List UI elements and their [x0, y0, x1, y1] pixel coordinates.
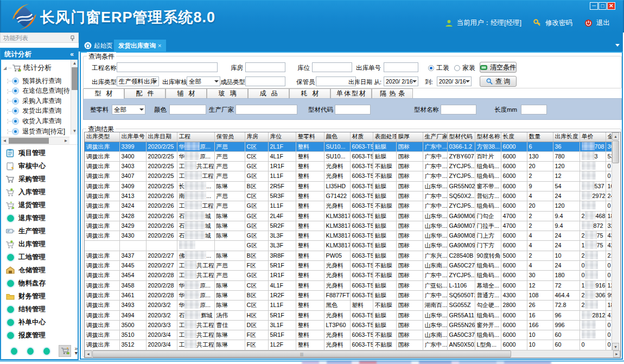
table-row[interactable]: 调拨出库34932020/3/2华原...陈琳C区1L1F整料黑色塑料不贴膜国标… — [85, 301, 615, 310]
table-row[interactable]: G区3L3F整料KLM38176063-T5贴膜国标山东华...GA90M09.… — [85, 241, 615, 251]
column-header-出库日期[interactable]: 出库日期 — [146, 132, 177, 142]
material-tab-玻璃[interactable]: 玻璃 — [207, 88, 248, 98]
table-row[interactable]: 调拨出库34072020/2/25工工程严思G区1L1F整料光身料6063-T5… — [85, 171, 615, 181]
whole-part-select[interactable]: 全部 — [112, 105, 145, 114]
module-dot-icon[interactable] — [11, 348, 17, 355]
material-tab-隔热条[interactable]: 隔热条 — [372, 88, 413, 98]
search-button[interactable]: 查 询 — [480, 76, 517, 87]
scroll-left-icon[interactable]: ◄ — [1, 137, 8, 144]
sidebar-item-采购管理[interactable]: 采购管理 — [1, 173, 78, 186]
tree-item-3[interactable]: ¦--发货出库查询 — [7, 106, 61, 116]
tree-item-4[interactable]: ¦--收货入库查询 — [7, 116, 61, 126]
module-dot-icon[interactable] — [43, 348, 50, 355]
radio-jiazhuang[interactable]: 家装 — [454, 63, 475, 73]
sidebar-item-报废管理[interactable]: 报废管理 — [1, 329, 78, 342]
grid-vertical-scrollbar[interactable]: ▲ ▼ — [612, 132, 619, 350]
column-header-颜色[interactable]: 颜色 — [324, 132, 350, 142]
column-header-表面处理[interactable]: 表面处理 — [373, 132, 396, 142]
scroll-down-icon[interactable]: ▼ — [71, 127, 78, 135]
column-header-出库单号[interactable]: 出库单号 — [119, 132, 146, 142]
column-header-出库长度[interactable]: 出库长度 — [553, 132, 580, 142]
change-password-link[interactable]: 修改密码 — [545, 18, 572, 28]
sidebar-item-结转管理[interactable]: 结转管理 — [1, 303, 78, 316]
sidebar-item-财务管理[interactable]: 财务管理 — [1, 290, 78, 303]
product-type-input[interactable] — [245, 76, 285, 86]
material-tab-成品[interactable]: 成品 — [248, 88, 289, 98]
warehouse-input[interactable] — [245, 62, 285, 72]
combo-arrow-icon[interactable] — [412, 80, 417, 82]
module-dot-icon[interactable] — [27, 348, 34, 355]
tree-expander-icon[interactable]: ◢ — [3, 66, 7, 71]
audit-select[interactable]: 全部 — [187, 76, 220, 86]
order-no-input[interactable] — [384, 62, 418, 72]
table-row[interactable]: 调拨出库34242020/2/26工工程严思G区1L1F整料光身料6063-T5… — [85, 201, 615, 211]
table-row[interactable]: 调拨出库34032020/2/25工共工程严思G区1R1F整料光身料6063-T… — [85, 162, 615, 171]
material-tab-配件[interactable]: 配件 — [124, 88, 165, 98]
table-row[interactable]: 调拨出库34302020/2/26石城陈琳G区3L3F整料KLM38176063… — [85, 231, 615, 241]
table-row[interactable]: 调拨出库35102020/3/4工共工程陈琳F区5R1F整料光身料6063-T5… — [85, 330, 615, 340]
grid-horizontal-scrollbar[interactable]: ◄ ► — [85, 350, 620, 357]
pin-icon[interactable] — [70, 35, 75, 41]
sidebar-section-header[interactable]: 统计分析 « — [1, 49, 78, 60]
column-header-生产厂家[interactable]: 生产厂家 — [423, 132, 447, 142]
combo-arrow-icon[interactable] — [139, 108, 144, 111]
column-header-工程[interactable]: 工程 — [177, 132, 214, 142]
close-button[interactable]: ✕ — [607, 2, 615, 10]
table-row[interactable]: 调拨出库34092020/2/25长...陈琳B区2R5F整料LI35HD606… — [85, 181, 615, 191]
logout-link[interactable]: 退出 — [596, 18, 610, 28]
color-input[interactable] — [169, 105, 206, 114]
column-header-材质[interactable]: 材质 — [350, 132, 373, 142]
material-tab-单体型材[interactable]: 单体型材 — [330, 88, 372, 98]
combo-arrow-icon[interactable] — [214, 80, 219, 82]
tree-horizontal-scrollbar[interactable]: ◄ ► — [1, 137, 69, 144]
date-to-select[interactable]: 2020/ 3/16 — [437, 76, 472, 86]
module-cart-button[interactable] — [59, 345, 72, 357]
manufacturer-input[interactable] — [235, 105, 297, 114]
tree-root[interactable]: ◢-- 统计分析 — [3, 63, 52, 73]
tab-list-dropdown-icon[interactable] — [615, 44, 620, 47]
menu-overflow-button[interactable]: »▾ — [74, 347, 78, 355]
sidebar-item-补单中心[interactable]: 补单中心 — [1, 316, 78, 329]
combo-arrow-icon[interactable] — [153, 80, 157, 82]
sidebar-item-退库管理[interactable]: 退库管理 — [1, 212, 78, 225]
project-name-input[interactable] — [117, 62, 218, 72]
date-from-select[interactable]: 2020/ 2/16 — [384, 76, 418, 86]
table-row[interactable]: 调拨出库34942020/3/2石辉城汤伟H区5R1F整料光身料6063-T5贴… — [85, 310, 615, 320]
grid-scroll-down-icon[interactable]: ▼ — [612, 343, 619, 350]
sidebar-item-出库管理[interactable]: 出库管理 — [1, 238, 78, 251]
column-header-库房[interactable]: 库房 — [245, 132, 268, 142]
tree-vertical-scrollbar[interactable]: ▲ ▼ — [71, 60, 78, 135]
material-tab-辅材[interactable]: 辅材 — [165, 88, 207, 98]
length-input[interactable] — [521, 105, 547, 114]
table-row[interactable]: 调拨出库35122020/3/4工共工程陈琳F区1L2F整料光身料6063-T5… — [85, 340, 615, 350]
sidebar-item-退货管理[interactable]: 退货管理 — [1, 199, 78, 212]
column-header-出库类型[interactable]: 出库类型 — [85, 132, 119, 142]
profile-code-input[interactable] — [335, 105, 371, 114]
table-row[interactable]: 调拨出库34132020/2/26南...严思C区5R3F整料G71422606… — [85, 191, 615, 201]
table-row[interactable]: 调拨出库34002020/2/25华原...严思C区4L1F整料SU10...6… — [85, 151, 615, 161]
table-row[interactable]: 调拨出库34292020/2/26石城陈琳G区5R2F整料KLM38176063… — [85, 221, 615, 231]
material-tab-耗材[interactable]: 耗材 — [289, 88, 330, 98]
column-header-库位[interactable]: 库位 — [268, 132, 296, 142]
grid-scroll-left-icon[interactable]: ◄ — [85, 350, 92, 357]
outbound-type-select[interactable]: 生产领料出库 — [117, 76, 159, 86]
table-row[interactable]: 调拨出库34452020/2/27工共工程严思F区5R1F整料光身料6063-T… — [85, 261, 615, 271]
grid-vscroll-thumb[interactable] — [612, 141, 619, 163]
table-row[interactable]: 调拨出库34282020/2/26石城陈琳G区2L4F整料KLM38176063… — [85, 211, 615, 221]
table-row[interactable]: 调拨出库34542020/2/28工共工程严思G区1R1F整料光身料6063-T… — [85, 271, 615, 280]
table-row[interactable]: 调拨出库34612020/2/28华原...陈琳B区1R2F整料F8877FT6… — [85, 290, 615, 300]
tree-item-0[interactable]: ¦--预算执行查询 — [7, 76, 61, 86]
column-header-保管员[interactable]: 保管员 — [214, 132, 245, 142]
minimize-button[interactable]: ─ — [590, 2, 598, 10]
tree-item-5[interactable]: ¦--退货查询[待定] — [7, 126, 65, 136]
grid-scroll-right-icon[interactable]: ► — [613, 350, 620, 357]
tab-home[interactable]: 起始页 — [80, 40, 117, 52]
location-input[interactable] — [312, 62, 352, 72]
profile-name-input[interactable] — [441, 105, 476, 114]
tree-hscroll-thumb[interactable] — [9, 138, 49, 144]
column-header-型材代码[interactable]: 型材代码 — [447, 132, 475, 142]
column-header-整零料[interactable]: 整零料 — [296, 132, 324, 142]
sidebar-item-生产管理[interactable]: 生产管理 — [1, 225, 78, 238]
maximize-button[interactable]: □ — [598, 2, 607, 10]
sidebar-item-项目管理[interactable]: 项目管理 — [1, 146, 78, 159]
